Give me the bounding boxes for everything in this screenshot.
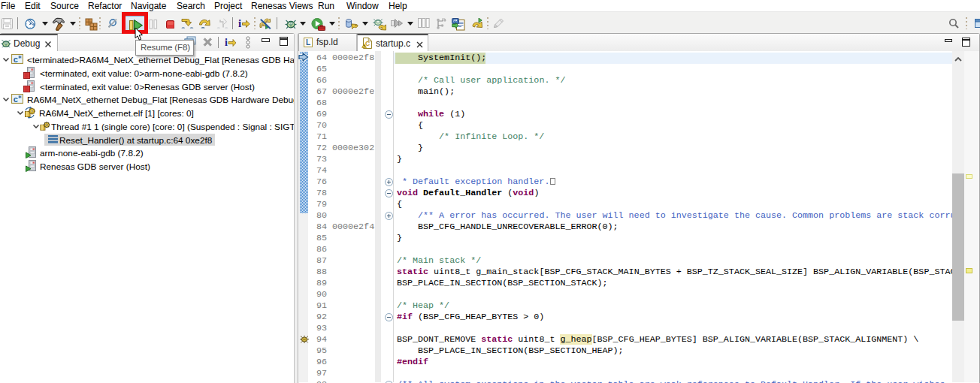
svg-text:i: i xyxy=(238,18,241,29)
svg-text:i: i xyxy=(225,37,228,47)
svg-text:c: c xyxy=(14,55,18,64)
svg-text:c: c xyxy=(14,95,18,104)
svg-text:L: L xyxy=(306,38,310,47)
